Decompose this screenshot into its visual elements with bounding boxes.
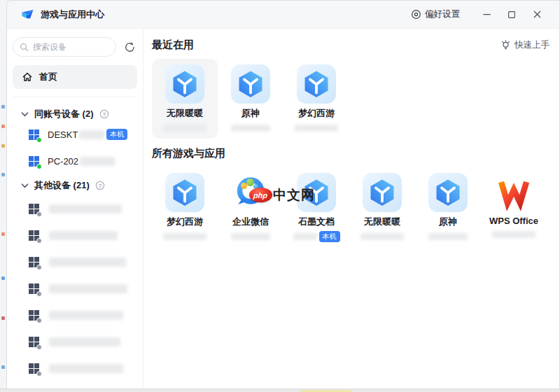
sidebar-divider [13, 97, 137, 97]
status-offline-dot [36, 291, 42, 297]
device-row[interactable]: PC-202 [7, 148, 143, 174]
preferences-label: 偏好设置 [425, 8, 460, 20]
app-tile[interactable]: 企业微信 [218, 167, 284, 247]
app-label: 企业微信 [232, 216, 269, 228]
status-online-dot [36, 164, 42, 169]
maximize-button[interactable] [499, 4, 524, 25]
background-speck [1, 316, 5, 320]
windows-logo-icon [28, 129, 40, 141]
app-tile[interactable]: 梦幻西游 [152, 167, 218, 247]
background-speck [1, 365, 5, 369]
group-label: 其他设备 (21) [34, 179, 90, 192]
search-device-box[interactable] [13, 37, 116, 57]
app-tile[interactable]: 无限暖暖 [152, 59, 218, 139]
help-icon[interactable]: ? [95, 181, 105, 190]
redacted-device-name [49, 311, 123, 320]
redacted-device-name [79, 130, 104, 139]
windows-logo-icon [28, 363, 40, 374]
windows-logo-icon [28, 283, 40, 295]
local-machine-badge: 本机 [319, 231, 340, 242]
group-other-devices-header[interactable]: 其他设备 (21) ? [7, 178, 143, 192]
background-window-sliver [0, 0, 6, 392]
redacted-subtitle [163, 125, 206, 132]
recent-apps-row: 无限暖暖 原神 [152, 59, 550, 139]
redacted-subtitle [231, 125, 270, 132]
device-row[interactable] [7, 355, 143, 382]
refresh-devices-button[interactable] [122, 40, 136, 54]
redacted-device-name [49, 284, 127, 293]
titlebar[interactable]: 游戏与应用中心 偏好设置 [7, 1, 559, 29]
background-speck [1, 276, 5, 280]
maximize-icon [507, 10, 517, 20]
app-logo-icon [21, 8, 34, 21]
device-row[interactable] [7, 382, 143, 388]
app-tile[interactable]: WPS Office [481, 167, 547, 247]
background-speck [1, 105, 5, 108]
app-label: 无限暖暖 [364, 216, 400, 228]
group-label: 同账号设备 (2) [34, 108, 94, 120]
status-offline-dot [36, 318, 42, 323]
game-hexagon-icon [428, 173, 468, 212]
minimize-icon [482, 9, 492, 20]
app-tile[interactable]: 原神 [218, 59, 284, 139]
app-label: 梦幻西游 [298, 107, 335, 120]
game-hexagon-icon [297, 64, 336, 104]
device-sidebar: 首页 同账号设备 (2) ? DESKT 本机 [7, 29, 144, 388]
background-speck [1, 173, 5, 176]
close-button[interactable] [524, 4, 550, 25]
sidebar-item-home[interactable]: 首页 [13, 65, 137, 89]
redacted-device-name [49, 337, 120, 346]
preferences-icon [411, 9, 421, 20]
section-title-all: 所有游戏与应用 [152, 147, 225, 160]
redacted-device-name [49, 258, 126, 267]
device-row[interactable] [7, 275, 143, 302]
redacted-subtitle [295, 125, 338, 132]
app-label: 梦幻西游 [167, 216, 203, 228]
redacted-device-name [49, 204, 122, 214]
device-row[interactable] [7, 222, 143, 248]
svg-text:?: ? [98, 183, 102, 189]
chevron-down-icon [21, 183, 29, 189]
help-icon[interactable]: ? [99, 109, 109, 119]
windows-logo-icon [28, 336, 40, 348]
app-tile[interactable]: 梦幻西游 [284, 59, 349, 139]
app-tile[interactable]: 原神 [415, 167, 481, 247]
background-speck [1, 232, 5, 236]
redacted-subtitle [428, 233, 468, 240]
redacted-device-name [49, 364, 123, 373]
app-label: 石墨文档 [298, 216, 335, 228]
app-window: 游戏与应用中心 偏好设置 [6, 0, 560, 389]
group-same-account-header[interactable]: 同账号设备 (2) ? [7, 107, 143, 121]
section-title-recent: 最近在用 [152, 38, 194, 52]
device-row[interactable]: DESKT 本机 [7, 121, 143, 148]
device-row[interactable] [7, 302, 143, 328]
device-row[interactable] [7, 328, 143, 355]
game-hexagon-icon [297, 173, 336, 212]
background-speck [1, 125, 5, 128]
redacted-subtitle [293, 233, 317, 240]
redacted-device-name [80, 157, 115, 166]
redacted-subtitle [360, 233, 404, 240]
redacted-subtitle [231, 233, 270, 240]
window-title: 游戏与应用中心 [41, 8, 104, 21]
minimize-button[interactable] [474, 4, 499, 25]
status-offline-dot [36, 265, 42, 270]
redacted-subtitle [163, 233, 206, 240]
device-row[interactable] [7, 248, 143, 275]
windows-logo-icon [28, 230, 40, 241]
wecom-icon [231, 173, 270, 212]
status-offline-dot [36, 371, 42, 377]
preferences-button[interactable]: 偏好设置 [411, 8, 460, 20]
main-content: 最近在用 快速上手 [144, 29, 559, 388]
home-icon [22, 71, 33, 83]
search-input[interactable] [33, 42, 109, 52]
app-tile[interactable]: 无限暖暖 [349, 167, 415, 247]
all-apps-row: 梦幻西游 企业微信 石墨文 [152, 167, 550, 247]
device-row[interactable] [7, 195, 143, 222]
windows-logo-icon [28, 309, 40, 321]
windows-logo-icon [28, 203, 40, 215]
game-hexagon-icon [165, 173, 204, 212]
app-tile[interactable]: 石墨文档 本机 [284, 167, 349, 247]
redacted-device-name [49, 231, 118, 240]
quick-start-button[interactable]: 快速上手 [500, 39, 550, 51]
